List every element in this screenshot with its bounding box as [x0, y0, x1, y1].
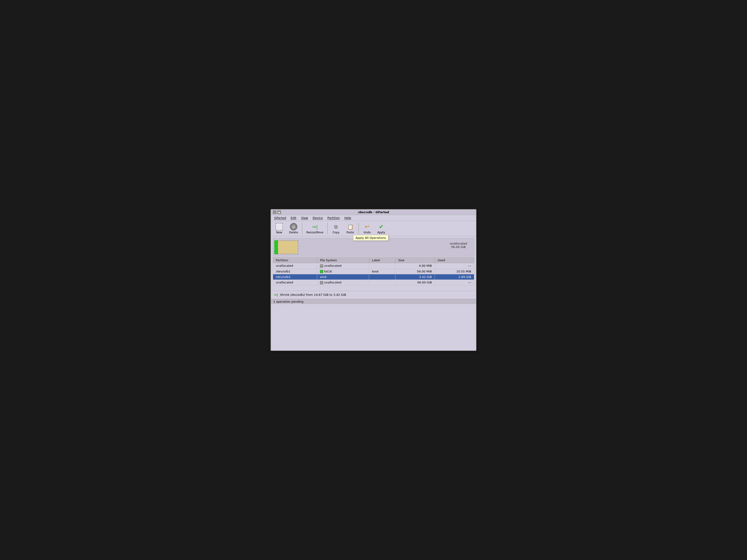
menu-device[interactable]: Device: [310, 215, 325, 220]
window-title: /dev/sdb - GParted: [358, 210, 389, 214]
operation-item-0: ⇒| Shrink /dev/sdb2 from 14.67 GiB to 3.…: [273, 292, 474, 298]
disk-view: unallocated 56.00 GiB: [273, 238, 474, 257]
cell-size-3: 56.00 GiB: [395, 280, 435, 286]
apply-icon: ✔: [378, 223, 385, 230]
cell-size-0: 4.00 MiB: [395, 263, 435, 269]
col-header-used: Used: [435, 258, 474, 263]
resize-move-button[interactable]: ⇒| Resize/Move: [304, 222, 326, 235]
cell-filesystem-2: ext4: [317, 274, 369, 280]
fs-color-box: [320, 281, 323, 284]
cell-partition-1: /dev/sdb1: [273, 269, 317, 274]
cell-used-2: 2.89 GiB: [435, 274, 474, 280]
toolbar: New ⊘ Delete ⇒| Resize/Move ⧉ Copy 📋: [271, 221, 476, 236]
main-window: ◯ ▣ /dev/sdb - GParted GParted Edit View…: [271, 209, 476, 351]
apply-button[interactable]: ✔ Apply Apply All Operations: [375, 222, 388, 235]
title-bar: ◯ ▣ /dev/sdb - GParted: [271, 210, 476, 215]
menu-gparted[interactable]: GParted: [272, 215, 288, 220]
operation-text-0: Shrink /dev/sdb2 from 14.67 GiB to 3.42 …: [280, 293, 346, 296]
status-text: 1 operation pending: [273, 300, 304, 303]
undo-button[interactable]: ↩ Undo: [360, 222, 374, 235]
window-icon-screen[interactable]: ▣: [277, 210, 281, 214]
col-header-partition: Partition: [273, 258, 317, 263]
partition-table: Partition File System Label Size Used un…: [273, 257, 474, 286]
table-row[interactable]: unallocatedunallocated56.00 GiB---: [273, 280, 474, 286]
menu-edit[interactable]: Edit: [288, 215, 299, 220]
menu-help[interactable]: Help: [342, 215, 354, 220]
cell-size-1: 56.00 MiB: [395, 269, 435, 274]
paste-icon: 📋: [346, 223, 354, 230]
cell-size-2: 3.42 GiB: [395, 274, 435, 280]
toolbar-separator-1: [302, 223, 302, 234]
toolbar-separator-2: [327, 223, 328, 234]
cell-label-2: [369, 274, 395, 280]
new-icon: [276, 223, 283, 230]
cell-filesystem-1: fat16: [317, 269, 369, 274]
apply-tooltip: Apply All Operations: [353, 235, 389, 241]
new-button[interactable]: New: [272, 222, 286, 235]
title-bar-icons: ◯ ▣: [273, 210, 281, 214]
unallocated-disk-label: unallocated 56.00 GiB: [450, 242, 467, 249]
status-bar: 1 operation pending: [271, 299, 476, 304]
copy-button[interactable]: ⧉ Copy: [329, 222, 343, 235]
delete-button[interactable]: ⊘ Delete: [286, 222, 301, 235]
resize-icon: ⇒|: [311, 223, 318, 230]
delete-icon: ⊘: [290, 223, 297, 230]
table-row[interactable]: /dev/sdb2ext43.42 GiB2.89 GiB: [273, 274, 474, 280]
operations-log: ⇒| Shrink /dev/sdb2 from 14.67 GiB to 3.…: [273, 291, 474, 298]
table-row[interactable]: unallocatedunallocated4.00 MiB---: [273, 263, 474, 269]
paste-button[interactable]: 📋 Paste: [343, 222, 357, 235]
col-header-label: Label: [369, 258, 395, 263]
undo-icon: ↩: [363, 223, 371, 230]
menu-partition[interactable]: Partition: [325, 215, 342, 220]
cell-partition-0: unallocated: [273, 263, 317, 269]
dots-divider: · · · · · · · ·: [271, 286, 476, 289]
cell-filesystem-3: unallocated: [317, 280, 369, 286]
cell-used-3: ---: [435, 280, 474, 286]
table-row[interactable]: /dev/sdb1fat16boot56.00 MiB10.55 MiB: [273, 269, 474, 274]
cell-label-1: boot: [369, 269, 395, 274]
cell-used-0: ---: [435, 263, 474, 269]
copy-icon: ⧉: [332, 223, 340, 230]
toolbar-separator-3: [358, 223, 359, 234]
partition-green-bar: [275, 240, 278, 254]
col-header-filesystem: File System: [317, 258, 369, 263]
cell-filesystem-0: unallocated: [317, 263, 369, 269]
shrink-icon: ⇒|: [274, 293, 278, 297]
cell-label-0: [369, 263, 395, 269]
menu-view[interactable]: View: [299, 215, 310, 220]
disk-partition-visual: [275, 240, 298, 254]
fs-color-box: [320, 264, 323, 268]
window-icon-circle[interactable]: ◯: [273, 210, 277, 214]
menubar: GParted Edit View Device Partition Help: [271, 215, 476, 221]
partition-tan-bar: [278, 240, 298, 254]
cell-partition-3: unallocated: [273, 280, 317, 286]
col-header-size: Size: [395, 258, 435, 263]
cell-used-1: 10.55 MiB: [435, 269, 474, 274]
cell-label-3: [369, 280, 395, 286]
cell-partition-2: /dev/sdb2: [273, 274, 317, 280]
fs-color-box: [320, 270, 323, 273]
